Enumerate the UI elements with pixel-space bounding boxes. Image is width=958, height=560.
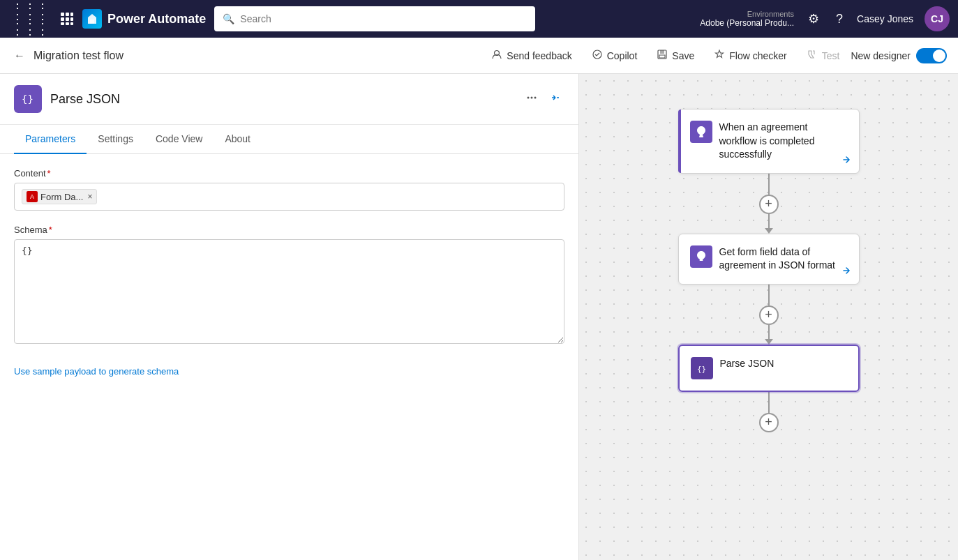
new-designer-toggle: New designer — [851, 48, 947, 63]
connector-2: + — [759, 285, 779, 345]
connector-line-1 — [768, 174, 770, 195]
svg-rect-13 — [659, 55, 665, 58]
more-options-button[interactable] — [523, 89, 541, 110]
parse-json-card-text: Parse JSON — [720, 357, 774, 371]
tab-bar: Parameters Settings Code View About — [0, 125, 578, 154]
svg-text:{}: {} — [697, 365, 706, 374]
help-icon[interactable]: ? — [833, 9, 846, 29]
svg-rect-6 — [61, 22, 64, 25]
back-button[interactable]: ← — [11, 47, 28, 65]
schema-field-group: Schema* {} — [14, 225, 564, 347]
tab-parameters[interactable]: Parameters — [14, 125, 87, 154]
get-form-card-text: Get form field data of agreement in JSON… — [719, 245, 848, 273]
grid-menu-icon[interactable] — [60, 12, 74, 26]
connector-line-3 — [768, 392, 770, 413]
add-step-button-2[interactable]: + — [759, 305, 779, 325]
send-feedback-icon — [491, 49, 502, 63]
add-step-button-1[interactable]: + — [759, 195, 779, 214]
tag-icon: A — [27, 191, 38, 202]
top-navigation: ⋮⋮⋮⋮⋮⋮⋮⋮⋮ Power Automate 🔍 Environments … — [0, 0, 958, 38]
grid-icon[interactable]: ⋮⋮⋮⋮⋮⋮⋮⋮⋮ — [8, 0, 52, 45]
connector-arrow-2 — [765, 339, 773, 345]
trigger-card-icon — [690, 121, 712, 143]
svg-text:{}: {} — [22, 93, 33, 105]
save-button[interactable]: Save — [648, 45, 703, 67]
content-label: Content* — [14, 168, 564, 179]
connector-line-2b — [768, 325, 770, 339]
main-layout: {} Parse JSON Parameters Settings Code V… — [0, 74, 958, 560]
nav-right-section: Environments Adobe (Personal Produ... ⚙ … — [700, 6, 950, 31]
left-panel: {} Parse JSON Parameters Settings Code V… — [0, 74, 579, 560]
content-tag: A Form Da... × — [22, 189, 97, 204]
test-button[interactable]: Test — [798, 45, 848, 67]
flow-name: Migration test flow — [33, 50, 124, 62]
svg-rect-18 — [699, 136, 703, 137]
svg-rect-3 — [61, 17, 64, 21]
trigger-card[interactable]: When an agreement workflow is completed … — [678, 109, 860, 174]
svg-rect-4 — [66, 17, 69, 21]
svg-point-10 — [593, 50, 601, 59]
logo-icon — [82, 9, 102, 29]
app-logo: Power Automate — [82, 9, 206, 29]
tab-about[interactable]: About — [214, 125, 262, 154]
copilot-icon — [592, 49, 603, 63]
send-feedback-button[interactable]: Send feedback — [483, 45, 580, 67]
flow-canvas-container[interactable]: When an agreement workflow is completed … — [579, 74, 958, 560]
settings-icon[interactable]: ⚙ — [805, 8, 822, 29]
schema-label: Schema* — [14, 225, 564, 235]
panel-content: Content* A Form Da... × Schema* — [0, 154, 578, 560]
svg-point-15 — [527, 97, 530, 99]
new-designer-switch[interactable] — [916, 48, 947, 63]
tag-remove-button[interactable]: × — [87, 192, 92, 202]
action-icon: {} — [14, 85, 42, 113]
content-input[interactable]: A Form Da... × — [14, 183, 564, 211]
svg-rect-7 — [66, 22, 69, 25]
svg-point-17 — [534, 97, 537, 99]
svg-rect-8 — [70, 22, 73, 25]
schema-wrapper: {} — [14, 239, 564, 347]
toolbar: ← Migration test flow Send feedback Copi… — [0, 38, 958, 74]
trigger-card-link[interactable] — [841, 154, 852, 167]
search-input[interactable] — [240, 13, 527, 24]
parse-json-card-icon: {} — [691, 357, 713, 379]
svg-rect-5 — [70, 17, 73, 21]
search-icon: 🔍 — [223, 13, 234, 24]
trigger-card-text: When an agreement workflow is completed … — [719, 121, 848, 162]
get-form-card[interactable]: Get form field data of agreement in JSON… — [678, 234, 860, 285]
svg-point-16 — [531, 97, 533, 99]
tab-code-view[interactable]: Code View — [144, 125, 214, 154]
flow-canvas: When an agreement workflow is completed … — [600, 95, 937, 432]
collapse-button[interactable] — [546, 89, 564, 110]
search-bar[interactable]: 🔍 — [214, 6, 535, 31]
generate-schema-link[interactable]: Use sample payload to generate schema — [14, 366, 179, 377]
user-name: Casey Jones — [857, 13, 913, 24]
save-icon — [657, 49, 668, 63]
connector-line-1b — [768, 214, 770, 228]
tab-settings[interactable]: Settings — [87, 125, 144, 154]
schema-textarea[interactable]: {} — [14, 239, 564, 344]
copilot-button[interactable]: Copilot — [583, 45, 646, 67]
environment-selector[interactable]: Environments Adobe (Personal Produ... — [700, 10, 794, 28]
connector-3: + — [759, 392, 779, 432]
panel-title: Parse JSON — [50, 92, 514, 107]
get-form-card-icon — [690, 245, 712, 268]
svg-rect-0 — [61, 13, 64, 16]
svg-rect-2 — [70, 13, 73, 16]
flow-checker-button[interactable]: Flow checker — [705, 45, 795, 67]
content-field-group: Content* A Form Da... × — [14, 168, 564, 211]
parse-json-card[interactable]: {} Parse JSON — [678, 345, 860, 392]
panel-header: {} Parse JSON — [0, 74, 578, 125]
add-step-button-3[interactable]: + — [759, 413, 779, 432]
test-icon — [807, 49, 818, 63]
avatar[interactable]: CJ — [925, 6, 950, 31]
connector-1: + — [759, 174, 779, 234]
connector-line-2 — [768, 285, 770, 305]
connector-arrow-1 — [765, 228, 773, 234]
svg-rect-12 — [660, 50, 664, 54]
svg-rect-1 — [66, 13, 69, 16]
panel-header-actions — [523, 89, 564, 110]
get-form-card-link[interactable] — [841, 265, 852, 278]
flow-checker-icon — [714, 49, 725, 63]
